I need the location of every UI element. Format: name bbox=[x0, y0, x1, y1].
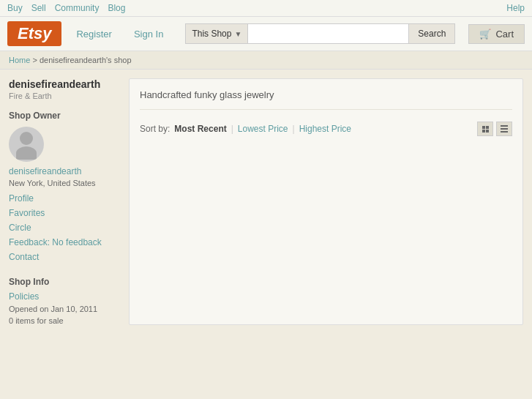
opened-date: Opened on Jan 10, 2011 bbox=[9, 305, 119, 313]
shop-info-section-title: Shop Info bbox=[9, 277, 119, 287]
grid-icon bbox=[482, 126, 489, 133]
shop-tagline: Fire & Earth bbox=[9, 92, 119, 100]
avatar-silhouette bbox=[16, 129, 37, 160]
chevron-down-icon: ▼ bbox=[234, 30, 241, 38]
top-navigation: Buy Sell Community Blog Help bbox=[0, 0, 532, 17]
sort-bar: Sort by: Most Recent | Lowest Price | Hi… bbox=[140, 122, 512, 136]
sort-most-recent[interactable]: Most Recent bbox=[174, 124, 226, 134]
search-area: This Shop ▼ Search bbox=[185, 23, 455, 44]
avatar-body bbox=[16, 146, 37, 160]
shop-breadcrumb: denisefireandearth's shop bbox=[40, 56, 132, 64]
blog-link[interactable]: Blog bbox=[108, 3, 125, 13]
sort-lowest-price[interactable]: Lowest Price bbox=[238, 124, 288, 134]
help-link[interactable]: Help bbox=[506, 3, 525, 13]
policies-link[interactable]: Policies bbox=[9, 291, 119, 302]
avatar bbox=[9, 127, 44, 162]
list-icon bbox=[501, 125, 508, 133]
sort-highest-price[interactable]: Highest Price bbox=[299, 124, 351, 134]
owner-avatar bbox=[9, 127, 44, 162]
top-nav-right: Help bbox=[506, 3, 525, 13]
buy-link[interactable]: Buy bbox=[7, 3, 23, 13]
list-view-button[interactable] bbox=[496, 122, 512, 136]
register-button[interactable]: Register bbox=[69, 24, 119, 44]
shop-name: denisefireandearth bbox=[9, 78, 119, 90]
cart-icon: 🛒 bbox=[479, 29, 491, 40]
avatar-head bbox=[20, 132, 33, 145]
circle-link[interactable]: Circle bbox=[9, 223, 119, 233]
signin-button[interactable]: Sign In bbox=[127, 24, 171, 44]
search-button[interactable]: Search bbox=[408, 23, 455, 44]
sort-divider-2: | bbox=[293, 124, 295, 134]
cart-label: Cart bbox=[495, 29, 514, 40]
items-for-sale: 0 items for sale bbox=[9, 316, 119, 325]
breadcrumb: Home > denisefireandearth's shop bbox=[0, 51, 532, 70]
etsy-logo[interactable]: Etsy bbox=[7, 21, 61, 46]
sort-divider-1: | bbox=[231, 124, 233, 134]
search-scope-label: This Shop bbox=[192, 29, 231, 39]
feedback-link[interactable]: Feedback: No feedback bbox=[9, 237, 119, 247]
grid-view-button[interactable] bbox=[477, 122, 493, 136]
sidebar: denisefireandearth Fire & Earth Shop Own… bbox=[9, 78, 119, 325]
search-input[interactable] bbox=[247, 23, 408, 44]
community-link[interactable]: Community bbox=[55, 3, 100, 13]
sell-link[interactable]: Sell bbox=[31, 3, 46, 13]
shop-owner-section-title: Shop Owner bbox=[9, 111, 119, 121]
profile-link[interactable]: Profile bbox=[9, 193, 119, 204]
home-breadcrumb-link[interactable]: Home bbox=[9, 56, 30, 64]
sort-label: Sort by: bbox=[140, 124, 170, 134]
shop-content: Handcrafted funky glass jewelry Sort by:… bbox=[129, 78, 523, 325]
top-nav-links: Buy Sell Community Blog bbox=[7, 3, 125, 13]
owner-location: New York, United States bbox=[9, 178, 119, 189]
breadcrumb-separator: > bbox=[30, 56, 40, 64]
favorites-link[interactable]: Favorites bbox=[9, 208, 119, 218]
main-content: denisefireandearth Fire & Earth Shop Own… bbox=[0, 70, 532, 334]
contact-link[interactable]: Contact bbox=[9, 252, 119, 262]
header: Etsy Register Sign In This Shop ▼ Search… bbox=[0, 17, 532, 51]
search-scope-selector[interactable]: This Shop ▼ bbox=[185, 23, 247, 44]
cart-button[interactable]: 🛒 Cart bbox=[468, 24, 525, 44]
owner-name-link[interactable]: denisefireandearth bbox=[9, 166, 81, 176]
shop-description: Handcrafted funky glass jewelry bbox=[140, 89, 512, 110]
view-toggles bbox=[477, 122, 512, 136]
